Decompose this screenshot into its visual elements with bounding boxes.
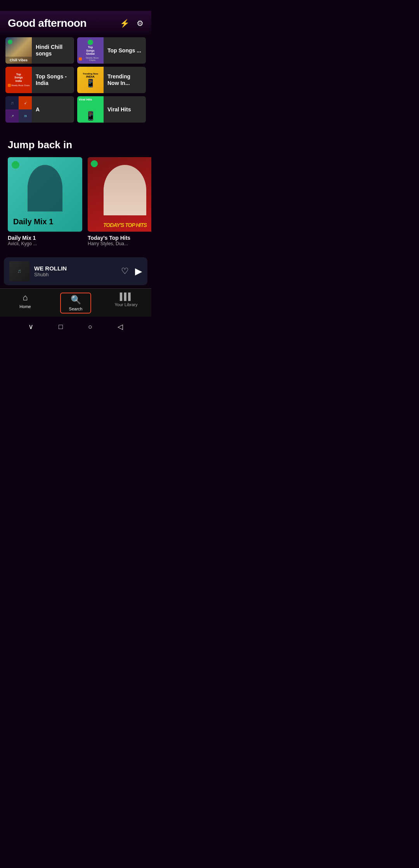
grid-card-top-songs-india[interactable]: Top Songs India Weekly Music Charts Top … — [5, 67, 74, 93]
grid-card-label-hindi-chill: Hindi Chill songs — [32, 44, 74, 57]
mixed-q1: 🎵 — [5, 96, 19, 109]
greeting-text: Good afternoon — [8, 17, 87, 29]
nav-library[interactable]: ▌▌▌ Your Library — [111, 293, 142, 314]
search-icon: 🔍 — [71, 295, 81, 305]
nav-search-label: Search — [69, 307, 83, 311]
system-nav-bar: ∨ □ ○ ◁ — [0, 317, 151, 337]
viral-hits-top-label: Viral Hits — [79, 98, 92, 101]
top-songs-global-text-1: Top — [88, 46, 93, 49]
top-songs-india-chart: Weekly Music Charts — [12, 84, 30, 87]
grid-card-viral-hits[interactable]: Viral Hits 📱 Viral Hits — [77, 96, 146, 123]
mix-card-img-daily-mix: Daily Mix 1 — [8, 157, 82, 232]
grid-card-label-viral-hits: Viral Hits — [104, 106, 135, 113]
grid-card-label-top-songs-india: Top Songs - India — [32, 73, 74, 87]
nav-library-label: Your Library — [115, 302, 138, 307]
nav-search[interactable]: 🔍 Search — [60, 293, 91, 314]
top-songs-global-text-2: Songs — [86, 49, 94, 52]
nav-square-icon[interactable]: □ — [59, 323, 63, 331]
grid-card-label-trending-india: Trending Now In... — [104, 73, 146, 87]
library-icon: ▌▌▌ — [120, 293, 132, 301]
grid-row-3: 🎵 🎸 🎤 🌃 A Viral Hits — [5, 96, 146, 123]
jump-back-scroll[interactable]: Daily Mix 1 Daily Mix 1 Avicii, Kygo ...… — [0, 157, 151, 254]
grid-card-label-mixed: A — [32, 106, 43, 113]
nav-down-icon[interactable]: ∨ — [28, 322, 33, 331]
nav-circle-icon[interactable]: ○ — [88, 323, 92, 331]
mix-card-top-hits[interactable]: TODAY'S TOP HITS Today's Top Hits Harry … — [88, 157, 151, 246]
viral-phone-icon: 📱 — [85, 111, 96, 121]
heart-icon[interactable]: ♡ — [121, 266, 129, 276]
mix-card-subtitle-daily: Avicii, Kygo ... — [8, 241, 82, 246]
trending-india-text: INDIA — [83, 75, 98, 78]
now-playing-title: WE ROLLIN — [34, 265, 116, 272]
mix-card-subtitle-top-hits: Harry Styles, Dua... — [88, 241, 151, 246]
mix-card-img-top-hits: TODAY'S TOP HITS — [88, 157, 151, 232]
grid-card-img-top-songs-global: Top Songs Global Weekly Music Charts — [77, 37, 104, 64]
mixed-q4: 🌃 — [19, 109, 32, 123]
quick-access-grid: Chill Vibes Hindi Chill songs Top Songs … — [0, 37, 151, 130]
grid-card-img-viral-hits: Viral Hits 📱 — [77, 96, 104, 123]
top-songs-india-text-1: Top — [16, 73, 21, 76]
now-playing-thumbnail: 🎵 — [9, 261, 29, 281]
grid-card-img-top-songs-india: Top Songs India Weekly Music Charts — [5, 67, 32, 93]
top-songs-global-chart: Weekly Music Charts — [83, 57, 102, 61]
grid-card-trending-india[interactable]: Trending Now INDIA 📱 Trending Now In... — [77, 67, 146, 93]
mix-card-title-daily: Daily Mix 1 — [8, 235, 82, 241]
now-playing-artist: Shubh — [34, 272, 116, 277]
grid-card-top-songs-global[interactable]: Top Songs Global Weekly Music Charts Top… — [77, 37, 146, 64]
daily-mix-title: Daily Mix 1 — [13, 217, 53, 226]
status-bar — [0, 0, 151, 11]
mix-card-title-top-hits: Today's Top Hits — [88, 235, 151, 241]
grid-card-label-top-songs-global: Top Songs ... — [104, 47, 145, 54]
home-icon: ⌂ — [23, 293, 28, 303]
nav-home-label: Home — [19, 304, 31, 309]
nav-back-icon[interactable]: ◁ — [118, 322, 123, 331]
grid-card-hindi-chill[interactable]: Chill Vibes Hindi Chill songs — [5, 37, 74, 64]
header-icons: ⚡ ⚙ — [120, 19, 144, 28]
now-playing-info: WE ROLLIN Shubh — [34, 265, 116, 277]
mixed-q2: 🎸 — [19, 96, 32, 109]
grid-card-mixed[interactable]: 🎵 🎸 🎤 🌃 A — [5, 96, 74, 123]
bottom-nav: ⌂ Home 🔍 Search ▌▌▌ Your Library — [0, 288, 151, 317]
settings-icon[interactable]: ⚙ — [137, 19, 144, 28]
grid-row-1: Chill Vibes Hindi Chill songs Top Songs … — [5, 37, 146, 64]
mix-card-daily-mix[interactable]: Daily Mix 1 Daily Mix 1 Avicii, Kygo ... — [8, 157, 82, 246]
grid-card-img-hindi-chill: Chill Vibes — [5, 37, 32, 64]
top-songs-india-text-3: India — [16, 80, 22, 82]
lightning-icon[interactable]: ⚡ — [120, 19, 130, 28]
grid-card-img-trending-india: Trending Now INDIA 📱 — [77, 67, 104, 93]
chill-vibes-label: Chill Vibes — [5, 57, 32, 64]
jump-back-title: Jump back in — [0, 130, 151, 157]
now-playing-bar[interactable]: 🎵 WE ROLLIN Shubh ♡ ▶ — [4, 257, 147, 285]
trending-now-text: Trending Now — [83, 73, 98, 75]
header: Good afternoon ⚡ ⚙ — [0, 11, 151, 37]
nav-home[interactable]: ⌂ Home — [10, 293, 41, 314]
grid-row-2: Top Songs India Weekly Music Charts Top … — [5, 67, 146, 93]
top-songs-global-text-3: Global — [86, 52, 95, 55]
tth-logo: TODAY'S TOP HITS — [91, 222, 151, 229]
grid-card-img-mixed: 🎵 🎸 🎤 🌃 — [5, 96, 32, 123]
jump-back-section: Jump back in Daily Mix 1 Daily Mix 1 Avi… — [0, 130, 151, 254]
spotify-badge-tth — [91, 160, 98, 167]
now-playing-controls: ♡ ▶ — [121, 266, 142, 277]
top-songs-india-text-2: Songs — [14, 76, 23, 79]
spotify-badge-daily — [12, 161, 19, 169]
mixed-q3: 🎤 — [5, 109, 19, 123]
phone-icon: 📱 — [86, 78, 95, 88]
play-icon[interactable]: ▶ — [135, 266, 142, 277]
